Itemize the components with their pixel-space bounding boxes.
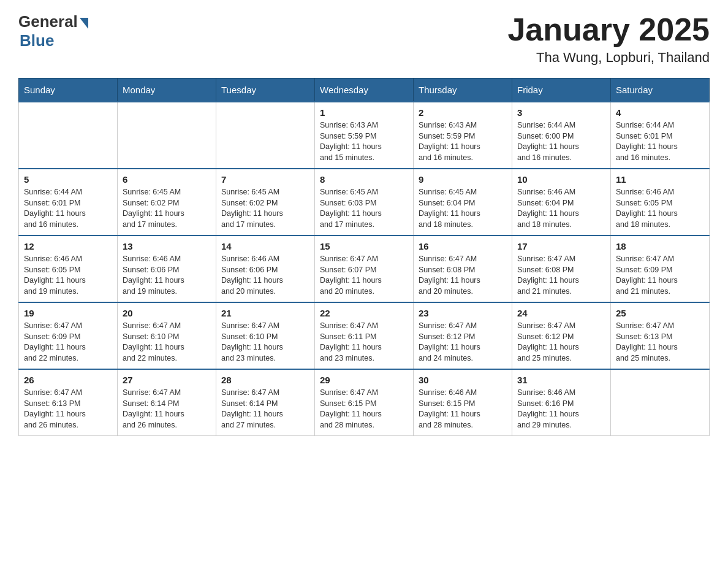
day-number: 10 — [517, 174, 605, 185]
day-info: Sunrise: 6:47 AM Sunset: 6:10 PM Dayligh… — [123, 321, 211, 364]
day-info: Sunrise: 6:45 AM Sunset: 6:04 PM Dayligh… — [419, 187, 507, 230]
calendar-cell: 14Sunrise: 6:46 AM Sunset: 6:06 PM Dayli… — [216, 236, 315, 302]
calendar-header-tuesday: Tuesday — [216, 79, 315, 102]
calendar-header-monday: Monday — [118, 79, 216, 102]
page-header: General Blue January 2025 Tha Wung, Lopb… — [18, 12, 710, 66]
calendar-week-row: 5Sunrise: 6:44 AM Sunset: 6:01 PM Daylig… — [19, 169, 710, 236]
calendar-cell: 17Sunrise: 6:47 AM Sunset: 6:08 PM Dayli… — [512, 236, 611, 302]
calendar-cell: 3Sunrise: 6:44 AM Sunset: 6:00 PM Daylig… — [512, 102, 611, 169]
calendar-cell — [19, 102, 118, 169]
calendar-cell: 25Sunrise: 6:47 AM Sunset: 6:13 PM Dayli… — [611, 302, 710, 369]
calendar-cell: 11Sunrise: 6:46 AM Sunset: 6:05 PM Dayli… — [611, 169, 710, 236]
calendar-cell: 21Sunrise: 6:47 AM Sunset: 6:10 PM Dayli… — [216, 302, 315, 369]
day-number: 2 — [419, 107, 507, 118]
day-info: Sunrise: 6:45 AM Sunset: 6:03 PM Dayligh… — [320, 187, 408, 230]
day-number: 18 — [616, 241, 704, 251]
day-number: 7 — [221, 174, 309, 185]
day-number: 6 — [123, 174, 211, 185]
day-number: 5 — [24, 174, 112, 185]
day-info: Sunrise: 6:46 AM Sunset: 6:05 PM Dayligh… — [24, 254, 112, 297]
calendar-cell: 31Sunrise: 6:46 AM Sunset: 6:16 PM Dayli… — [512, 369, 611, 436]
calendar-cell: 4Sunrise: 6:44 AM Sunset: 6:01 PM Daylig… — [611, 102, 710, 169]
calendar-cell: 13Sunrise: 6:46 AM Sunset: 6:06 PM Dayli… — [118, 236, 216, 302]
day-info: Sunrise: 6:44 AM Sunset: 6:01 PM Dayligh… — [24, 187, 112, 230]
calendar-cell: 23Sunrise: 6:47 AM Sunset: 6:12 PM Dayli… — [414, 302, 512, 369]
day-number: 14 — [221, 241, 309, 251]
day-info: Sunrise: 6:46 AM Sunset: 6:05 PM Dayligh… — [616, 187, 704, 230]
calendar-cell: 6Sunrise: 6:45 AM Sunset: 6:02 PM Daylig… — [118, 169, 216, 236]
day-info: Sunrise: 6:45 AM Sunset: 6:02 PM Dayligh… — [221, 187, 309, 230]
day-info: Sunrise: 6:47 AM Sunset: 6:10 PM Dayligh… — [221, 321, 309, 364]
day-info: Sunrise: 6:47 AM Sunset: 6:08 PM Dayligh… — [517, 254, 605, 297]
day-number: 23 — [419, 308, 507, 318]
day-number: 8 — [320, 174, 408, 185]
calendar-cell: 29Sunrise: 6:47 AM Sunset: 6:15 PM Dayli… — [315, 369, 414, 436]
day-info: Sunrise: 6:46 AM Sunset: 6:06 PM Dayligh… — [221, 254, 309, 297]
day-number: 4 — [616, 107, 704, 118]
location-text: Tha Wung, Lopburi, Thailand — [507, 50, 710, 66]
calendar-cell: 9Sunrise: 6:45 AM Sunset: 6:04 PM Daylig… — [414, 169, 512, 236]
day-number: 29 — [320, 375, 408, 385]
calendar-cell: 26Sunrise: 6:47 AM Sunset: 6:13 PM Dayli… — [19, 369, 118, 436]
calendar-cell: 20Sunrise: 6:47 AM Sunset: 6:10 PM Dayli… — [118, 302, 216, 369]
day-number: 26 — [24, 375, 112, 385]
calendar-cell: 12Sunrise: 6:46 AM Sunset: 6:05 PM Dayli… — [19, 236, 118, 302]
calendar-header-wednesday: Wednesday — [315, 79, 414, 102]
day-info: Sunrise: 6:44 AM Sunset: 6:01 PM Dayligh… — [616, 120, 704, 163]
month-title: January 2025 — [507, 12, 710, 47]
calendar-cell: 7Sunrise: 6:45 AM Sunset: 6:02 PM Daylig… — [216, 169, 315, 236]
day-info: Sunrise: 6:47 AM Sunset: 6:09 PM Dayligh… — [616, 254, 704, 297]
day-number: 28 — [221, 375, 309, 385]
calendar-cell: 22Sunrise: 6:47 AM Sunset: 6:11 PM Dayli… — [315, 302, 414, 369]
calendar-table: SundayMondayTuesdayWednesdayThursdayFrid… — [18, 78, 710, 436]
day-number: 9 — [419, 174, 507, 185]
day-info: Sunrise: 6:47 AM Sunset: 6:09 PM Dayligh… — [24, 321, 112, 364]
day-number: 16 — [419, 241, 507, 251]
day-number: 3 — [517, 107, 605, 118]
day-info: Sunrise: 6:46 AM Sunset: 6:15 PM Dayligh… — [419, 388, 507, 431]
logo-general-text: General — [18, 12, 78, 31]
day-info: Sunrise: 6:47 AM Sunset: 6:12 PM Dayligh… — [419, 321, 507, 364]
calendar-cell: 8Sunrise: 6:45 AM Sunset: 6:03 PM Daylig… — [315, 169, 414, 236]
calendar-week-row: 19Sunrise: 6:47 AM Sunset: 6:09 PM Dayli… — [19, 302, 710, 369]
calendar-week-row: 26Sunrise: 6:47 AM Sunset: 6:13 PM Dayli… — [19, 369, 710, 436]
day-info: Sunrise: 6:43 AM Sunset: 5:59 PM Dayligh… — [419, 120, 507, 163]
calendar-header-saturday: Saturday — [611, 79, 710, 102]
calendar-header-thursday: Thursday — [414, 79, 512, 102]
calendar-cell: 19Sunrise: 6:47 AM Sunset: 6:09 PM Dayli… — [19, 302, 118, 369]
day-info: Sunrise: 6:47 AM Sunset: 6:12 PM Dayligh… — [517, 321, 605, 364]
title-area: January 2025 Tha Wung, Lopburi, Thailand — [507, 12, 710, 66]
day-number: 31 — [517, 375, 605, 385]
day-info: Sunrise: 6:46 AM Sunset: 6:06 PM Dayligh… — [123, 254, 211, 297]
logo: General Blue — [18, 12, 88, 50]
calendar-cell: 24Sunrise: 6:47 AM Sunset: 6:12 PM Dayli… — [512, 302, 611, 369]
day-info: Sunrise: 6:46 AM Sunset: 6:16 PM Dayligh… — [517, 388, 605, 431]
calendar-cell: 10Sunrise: 6:46 AM Sunset: 6:04 PM Dayli… — [512, 169, 611, 236]
calendar-cell: 2Sunrise: 6:43 AM Sunset: 5:59 PM Daylig… — [414, 102, 512, 169]
calendar-cell: 1Sunrise: 6:43 AM Sunset: 5:59 PM Daylig… — [315, 102, 414, 169]
calendar-cell — [611, 369, 710, 436]
day-number: 1 — [320, 107, 408, 118]
day-number: 22 — [320, 308, 408, 318]
day-info: Sunrise: 6:43 AM Sunset: 5:59 PM Dayligh… — [320, 120, 408, 163]
calendar-cell — [118, 102, 216, 169]
calendar-cell: 18Sunrise: 6:47 AM Sunset: 6:09 PM Dayli… — [611, 236, 710, 302]
day-info: Sunrise: 6:47 AM Sunset: 6:13 PM Dayligh… — [616, 321, 704, 364]
calendar-cell — [216, 102, 315, 169]
day-info: Sunrise: 6:47 AM Sunset: 6:14 PM Dayligh… — [123, 388, 211, 431]
day-info: Sunrise: 6:47 AM Sunset: 6:14 PM Dayligh… — [221, 388, 309, 431]
day-info: Sunrise: 6:47 AM Sunset: 6:13 PM Dayligh… — [24, 388, 112, 431]
calendar-cell: 16Sunrise: 6:47 AM Sunset: 6:08 PM Dayli… — [414, 236, 512, 302]
day-number: 24 — [517, 308, 605, 318]
day-info: Sunrise: 6:46 AM Sunset: 6:04 PM Dayligh… — [517, 187, 605, 230]
calendar-header-row: SundayMondayTuesdayWednesdayThursdayFrid… — [19, 79, 710, 102]
day-info: Sunrise: 6:47 AM Sunset: 6:15 PM Dayligh… — [320, 388, 408, 431]
day-info: Sunrise: 6:47 AM Sunset: 6:07 PM Dayligh… — [320, 254, 408, 297]
day-number: 17 — [517, 241, 605, 251]
calendar-week-row: 12Sunrise: 6:46 AM Sunset: 6:05 PM Dayli… — [19, 236, 710, 302]
calendar-cell: 30Sunrise: 6:46 AM Sunset: 6:15 PM Dayli… — [414, 369, 512, 436]
logo-blue-text: Blue — [20, 31, 54, 50]
day-info: Sunrise: 6:44 AM Sunset: 6:00 PM Dayligh… — [517, 120, 605, 163]
day-number: 20 — [123, 308, 211, 318]
calendar-week-row: 1Sunrise: 6:43 AM Sunset: 5:59 PM Daylig… — [19, 102, 710, 169]
